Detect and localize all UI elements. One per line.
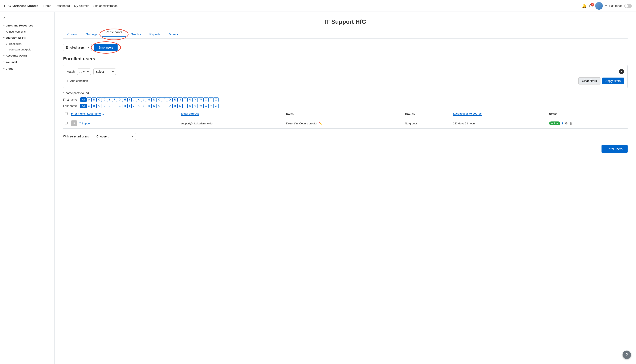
apply-filters-button[interactable]: Apply filters xyxy=(602,78,624,84)
bell-icon[interactable]: 🔔 xyxy=(582,4,586,8)
sidebar-item-announcements[interactable]: Announcements xyxy=(0,29,55,34)
first-name-letter-n[interactable]: N xyxy=(151,97,157,102)
first-name-letter-m[interactable]: M xyxy=(146,97,151,102)
last-name-letter-c[interactable]: C xyxy=(97,104,102,108)
sidebar-section-eduroam-header[interactable]: ▾ eduroam (WiFi) xyxy=(0,34,55,41)
last-name-letter-i[interactable]: I xyxy=(127,104,131,108)
first-name-letter-u[interactable]: U xyxy=(188,97,193,102)
last-name-letter-g[interactable]: G xyxy=(117,104,122,108)
first-name-letter-d[interactable]: D xyxy=(102,97,107,102)
row-checkbox-0[interactable] xyxy=(65,122,68,124)
last-name-letter-w[interactable]: W xyxy=(198,104,203,108)
last-name-letter-m[interactable]: M xyxy=(146,104,151,108)
col-last-access[interactable]: Last access to course xyxy=(451,110,547,118)
avatar-dropdown-icon[interactable]: ▾ xyxy=(605,4,607,8)
first-name-letter-l[interactable]: L xyxy=(141,97,146,102)
last-name-letter-q[interactable]: Q xyxy=(167,104,172,108)
add-condition-button[interactable]: + Add condition xyxy=(67,79,88,83)
first-name-letter-i[interactable]: I xyxy=(127,97,131,102)
first-name-letter-k[interactable]: K xyxy=(136,97,141,102)
settings-icon[interactable]: ⚙ xyxy=(565,122,568,125)
last-name-letter-s[interactable]: S xyxy=(177,104,183,108)
col-name[interactable]: First name / Last name ▲ xyxy=(69,110,179,118)
nav-dashboard[interactable]: Dashboard xyxy=(56,4,70,8)
first-name-letter-j[interactable]: J xyxy=(131,97,136,102)
bottom-enrol-section: Enrol users xyxy=(63,145,627,153)
last-name-letter-x[interactable]: X xyxy=(204,104,209,108)
first-name-letter-all[interactable]: All xyxy=(80,97,86,102)
delete-icon[interactable]: 🗑 xyxy=(569,122,572,125)
first-name-letter-c[interactable]: C xyxy=(97,97,102,102)
last-name-letter-d[interactable]: D xyxy=(102,104,107,108)
tab-participants[interactable]: Participants xyxy=(102,28,126,36)
bottom-enrol-button[interactable]: Enrol users xyxy=(601,145,627,153)
match-dropdown[interactable]: Any All xyxy=(77,68,91,75)
first-name-letter-p[interactable]: P xyxy=(162,97,167,102)
first-name-letter-s[interactable]: S xyxy=(177,97,183,102)
sidebar-section-webmail-header[interactable]: ▾ Webmail xyxy=(0,59,55,65)
sidebar-item-eduroam-apple[interactable]: eduroam on Apple xyxy=(0,47,55,52)
first-name-letter-q[interactable]: Q xyxy=(167,97,172,102)
first-name-letter-g[interactable]: G xyxy=(117,97,122,102)
last-name-letter-all[interactable]: All xyxy=(80,104,86,108)
last-name-letter-v[interactable]: V xyxy=(193,104,198,108)
last-name-letter-t[interactable]: T xyxy=(183,104,187,108)
tab-more[interactable]: More ▾ xyxy=(165,30,183,39)
user-avatar[interactable] xyxy=(595,2,603,10)
with-selected-dropdown[interactable]: Choose... xyxy=(94,133,136,140)
info-icon[interactable]: ℹ xyxy=(562,122,563,125)
clear-filters-button[interactable]: Clear filters xyxy=(578,77,600,84)
first-name-letter-e[interactable]: E xyxy=(107,97,112,102)
enrolled-users-dropdown[interactable]: Enrolled users xyxy=(63,44,92,51)
tab-settings[interactable]: Settings xyxy=(82,30,101,39)
last-name-letter-f[interactable]: F xyxy=(112,104,117,108)
select-all-checkbox[interactable] xyxy=(65,112,68,115)
first-name-letter-r[interactable]: R xyxy=(172,97,178,102)
edit-roles-icon[interactable]: ✏️ xyxy=(319,122,322,125)
last-name-letter-k[interactable]: K xyxy=(136,104,141,108)
tab-reports[interactable]: Reports xyxy=(145,30,165,39)
tab-grades[interactable]: Grades xyxy=(126,30,145,39)
last-name-letter-y[interactable]: Y xyxy=(209,104,214,108)
last-name-letter-b[interactable]: B xyxy=(92,104,97,108)
last-name-letter-z[interactable]: Z xyxy=(214,104,218,108)
last-name-letter-j[interactable]: J xyxy=(131,104,136,108)
remove-filter-icon[interactable]: ✕ xyxy=(619,69,624,74)
first-name-letter-f[interactable]: F xyxy=(112,97,117,102)
last-name-letter-l[interactable]: L xyxy=(141,104,146,108)
nav-home[interactable]: Home xyxy=(44,4,51,8)
sidebar-section-links-header[interactable]: ▾ Links and Resources xyxy=(0,22,55,29)
edit-mode-switch[interactable] xyxy=(624,4,632,8)
first-name-letter-a[interactable]: A xyxy=(86,97,92,102)
first-name-letter-h[interactable]: H xyxy=(122,97,127,102)
last-name-letter-n[interactable]: N xyxy=(151,104,157,108)
tab-course[interactable]: Course xyxy=(63,30,82,39)
last-name-letter-r[interactable]: R xyxy=(172,104,178,108)
sidebar-section-cloud-header[interactable]: ▾ Cloud xyxy=(0,65,55,72)
col-email[interactable]: Email address xyxy=(179,110,284,118)
first-name-letter-v[interactable]: V xyxy=(193,97,198,102)
last-name-letter-p[interactable]: P xyxy=(162,104,167,108)
sidebar-item-handbuch[interactable]: Handbuch xyxy=(0,41,55,47)
sidebar-close-button[interactable]: × xyxy=(0,15,55,22)
last-name-letter-e[interactable]: E xyxy=(107,104,112,108)
last-name-letter-u[interactable]: U xyxy=(188,104,193,108)
first-name-letter-o[interactable]: O xyxy=(157,97,162,102)
help-button[interactable]: ? xyxy=(622,350,631,359)
enrol-users-button[interactable]: Enrol users xyxy=(94,44,118,51)
messages-badge[interactable]: 💬 5 xyxy=(589,4,593,8)
last-name-letter-h[interactable]: H xyxy=(122,104,127,108)
first-name-letter-t[interactable]: T xyxy=(183,97,187,102)
condition-select-dropdown[interactable]: Select First name Last name Email xyxy=(93,68,116,75)
user-name-link[interactable]: IT Support xyxy=(79,122,91,125)
first-name-letter-x[interactable]: X xyxy=(204,97,209,102)
nav-site-admin[interactable]: Site administration xyxy=(93,4,118,8)
first-name-letter-w[interactable]: W xyxy=(198,97,203,102)
first-name-letter-z[interactable]: Z xyxy=(214,97,218,102)
first-name-letter-y[interactable]: Y xyxy=(209,97,214,102)
sidebar-section-accounts-header[interactable]: ▾ Accounts (AMS) xyxy=(0,52,55,59)
last-name-letter-o[interactable]: O xyxy=(157,104,162,108)
nav-my-courses[interactable]: My courses xyxy=(74,4,89,8)
first-name-letter-b[interactable]: B xyxy=(92,97,97,102)
last-name-letter-a[interactable]: A xyxy=(86,104,92,108)
